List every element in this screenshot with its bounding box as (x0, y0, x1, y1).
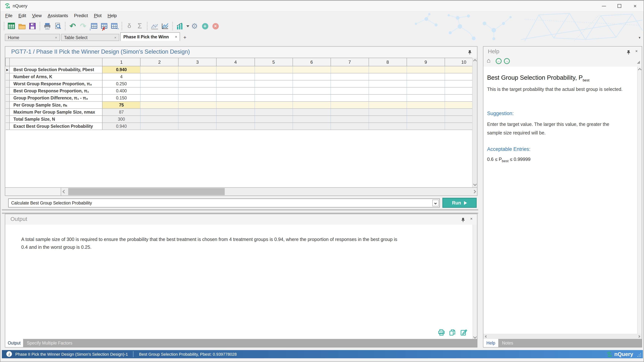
column-header[interactable]: 7 (330, 58, 368, 66)
table-cell[interactable] (407, 80, 445, 87)
table-cell[interactable] (407, 94, 445, 101)
table-cell[interactable] (368, 116, 406, 123)
column-header[interactable]: 6 (292, 58, 330, 66)
scroll-up-icon[interactable] (473, 59, 477, 63)
table-cell[interactable] (254, 66, 292, 73)
table-cell[interactable] (254, 123, 292, 130)
tab-phase-ii-pick-the-winner[interactable]: Phase II Pick the Winn × (120, 32, 180, 41)
table-cell[interactable] (216, 73, 254, 80)
cell-value[interactable]: 0.940 (102, 66, 140, 73)
table-cell[interactable] (216, 109, 254, 116)
delta-icon[interactable]: δ (125, 21, 134, 30)
forward-icon[interactable]: → (504, 58, 510, 64)
undo-icon[interactable]: ↶ (68, 21, 77, 30)
back-icon[interactable]: ← (496, 58, 502, 64)
table-cell[interactable] (292, 123, 330, 130)
edit-output-icon[interactable] (460, 329, 467, 336)
table-cell[interactable] (330, 66, 368, 73)
row-selector[interactable] (6, 87, 10, 94)
calculation-dropdown[interactable]: Calculate Best Group Selection Probabili… (8, 199, 440, 207)
tab-close-icon[interactable]: × (114, 35, 116, 39)
table-cell[interactable] (254, 109, 292, 116)
table-cell[interactable] (140, 73, 178, 80)
close-button[interactable]: × (630, 1, 641, 11)
table-cell[interactable] (292, 87, 330, 94)
table-cell[interactable] (140, 66, 178, 73)
table-horizontal-scrollbar[interactable] (62, 188, 477, 196)
row-selector[interactable] (6, 123, 10, 130)
table-cell[interactable] (368, 123, 406, 130)
table-cell[interactable] (330, 87, 368, 94)
row-selector[interactable]: ▸ (6, 66, 10, 73)
table-cell[interactable] (254, 73, 292, 80)
table-cell[interactable] (178, 73, 216, 80)
shift-table-icon[interactable]: → (110, 21, 119, 30)
table-cell[interactable] (216, 80, 254, 87)
table-cell[interactable] (254, 80, 292, 87)
settings-icon[interactable]: ⚙ (190, 21, 199, 30)
table-cell[interactable] (368, 87, 406, 94)
cell-value[interactable]: 0.150 (102, 94, 140, 101)
table-cell[interactable] (407, 87, 445, 94)
table-cell[interactable] (407, 123, 445, 130)
tab-output[interactable]: Output (5, 339, 23, 347)
scroll-down-icon[interactable] (473, 335, 477, 339)
new-tab-button[interactable]: + (183, 34, 186, 41)
open-file-icon[interactable] (18, 21, 26, 30)
cell-value[interactable]: 0.940 (102, 123, 140, 130)
table-cell[interactable] (216, 123, 254, 130)
table-cell[interactable] (216, 94, 254, 101)
table-cell[interactable] (140, 123, 178, 130)
tab-close-icon[interactable]: × (55, 35, 57, 39)
print-icon[interactable] (43, 21, 52, 30)
save-icon[interactable] (28, 21, 37, 30)
cell-value[interactable]: 300 (102, 116, 140, 123)
table-cell[interactable] (178, 101, 216, 109)
tab-home[interactable]: Home × (5, 34, 60, 41)
row-selector[interactable] (6, 73, 10, 80)
table-cell[interactable] (368, 66, 406, 73)
table-vertical-scrollbar[interactable] (472, 58, 477, 187)
tab-close-icon[interactable]: × (175, 35, 177, 39)
table-cell[interactable] (407, 109, 445, 116)
scroll-left-icon[interactable] (485, 335, 488, 338)
table-cell[interactable] (254, 87, 292, 94)
horizontal-splitter[interactable] (2, 209, 478, 210)
copy-output-icon[interactable] (449, 329, 456, 336)
print-preview-icon[interactable] (53, 21, 62, 30)
table-cell[interactable] (292, 73, 330, 80)
menu-plot[interactable]: Plot (91, 13, 104, 18)
table-cell[interactable] (368, 101, 406, 109)
cancel-icon[interactable]: × (211, 21, 220, 30)
scrollbar-thumb[interactable] (68, 188, 225, 195)
row-selector[interactable] (6, 116, 10, 123)
table-cell[interactable] (292, 66, 330, 73)
output-vertical-scrollbar[interactable] (472, 225, 477, 340)
menu-assistants[interactable]: Assistants (45, 13, 71, 18)
menu-edit[interactable]: Edit (16, 13, 29, 18)
delete-table-icon[interactable]: ✗ (100, 21, 108, 30)
scroll-left-icon[interactable] (62, 190, 66, 193)
table-cell[interactable] (178, 94, 216, 101)
cell-value[interactable]: 75 (102, 101, 140, 109)
table-cell[interactable] (407, 116, 445, 123)
table-cell[interactable] (140, 116, 178, 123)
tab-table-select[interactable]: Table Select × (61, 34, 119, 41)
row-selector[interactable] (6, 94, 10, 101)
cluster-plot-icon[interactable] (161, 21, 170, 30)
table-cell[interactable] (254, 94, 292, 101)
dropdown-arrow-icon[interactable] (432, 200, 439, 206)
cell-value[interactable]: 87 (102, 109, 140, 116)
close-panel-icon[interactable]: × (470, 216, 472, 221)
column-header[interactable]: 5 (254, 58, 292, 66)
scroll-right-icon[interactable] (638, 335, 640, 338)
chart-icon[interactable] (176, 21, 184, 30)
cell-value[interactable]: 0.250 (102, 80, 140, 87)
column-header[interactable]: 2 (140, 58, 178, 66)
column-header[interactable]: 4 (216, 58, 254, 66)
table-cell[interactable] (178, 116, 216, 123)
table-cell[interactable] (140, 80, 178, 87)
maximize-button[interactable] (614, 1, 625, 11)
help-vertical-scrollbar[interactable] (637, 67, 642, 334)
column-header[interactable]: 1 (102, 58, 140, 66)
